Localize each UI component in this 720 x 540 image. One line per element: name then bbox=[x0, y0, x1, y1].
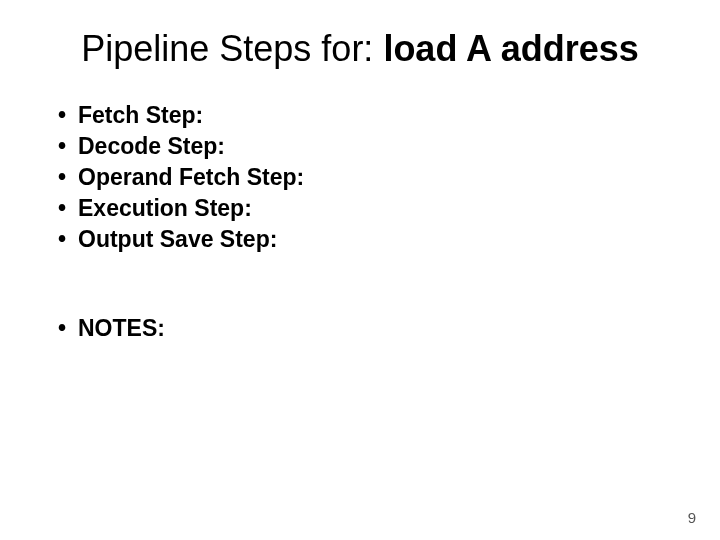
list-item: • Decode Step: bbox=[58, 131, 670, 162]
page-title: Pipeline Steps for: load A address bbox=[50, 28, 670, 70]
bullet-text: Fetch Step: bbox=[78, 100, 203, 131]
list-item: • Operand Fetch Step: bbox=[58, 162, 670, 193]
spacer bbox=[58, 255, 670, 313]
bullet-icon: • bbox=[58, 313, 78, 344]
page-number: 9 bbox=[688, 509, 696, 526]
notes-label: NOTES: bbox=[78, 313, 165, 344]
bullet-text: Decode Step: bbox=[78, 131, 225, 162]
bullet-text: Execution Step: bbox=[78, 193, 252, 224]
list-item: • Fetch Step: bbox=[58, 100, 670, 131]
bullet-icon: • bbox=[58, 100, 78, 131]
bullet-icon: • bbox=[58, 193, 78, 224]
bullet-icon: • bbox=[58, 224, 78, 255]
slide: Pipeline Steps for: load A address • Fet… bbox=[0, 0, 720, 540]
notes-item: • NOTES: bbox=[58, 313, 670, 344]
list-item: • Execution Step: bbox=[58, 193, 670, 224]
title-prefix: Pipeline Steps for: bbox=[81, 28, 383, 69]
bullet-text: Operand Fetch Step: bbox=[78, 162, 304, 193]
bullet-list: • Fetch Step: • Decode Step: • Operand F… bbox=[58, 100, 670, 344]
title-bold: load A address bbox=[383, 28, 638, 69]
bullet-icon: • bbox=[58, 162, 78, 193]
bullet-icon: • bbox=[58, 131, 78, 162]
list-item: • Output Save Step: bbox=[58, 224, 670, 255]
bullet-text: Output Save Step: bbox=[78, 224, 277, 255]
